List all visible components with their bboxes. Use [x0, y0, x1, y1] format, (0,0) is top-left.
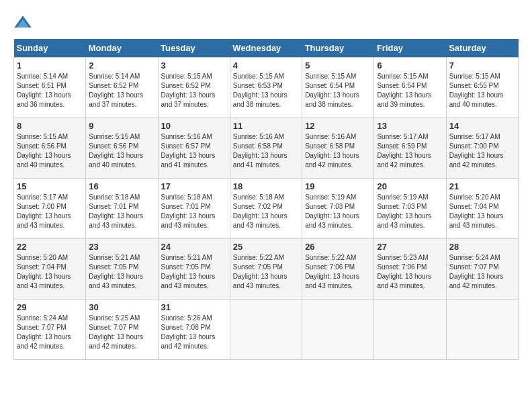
day-info-line: Sunrise: 5:17 AM [17, 193, 68, 201]
day-info-line: Sunrise: 5:15 AM [305, 73, 356, 80]
day-info-line: Sunset: 7:07 PM [89, 324, 138, 331]
day-number: 1 [17, 60, 83, 71]
calendar-cell: 24Sunrise: 5:21 AMSunset: 7:05 PMDayligh… [158, 239, 230, 300]
day-info-line: and 38 minutes. [233, 101, 281, 108]
day-info: Sunrise: 5:20 AMSunset: 7:04 PMDaylight:… [17, 253, 83, 291]
calendar-cell [374, 300, 446, 360]
day-info-line: Sunrise: 5:20 AM [17, 254, 68, 261]
day-number: 30 [89, 302, 154, 312]
day-number: 13 [377, 121, 443, 131]
day-info-line: Daylight: 13 hours [233, 152, 287, 159]
calendar-cell: 25Sunrise: 5:22 AMSunset: 7:05 PMDayligh… [230, 239, 302, 300]
day-info-line: Sunset: 7:04 PM [17, 263, 66, 271]
day-info-line: Sunset: 7:01 PM [161, 203, 211, 210]
day-info-line: Sunset: 6:59 PM [377, 142, 427, 150]
calendar-cell: 2Sunrise: 5:14 AMSunset: 6:52 PMDaylight… [86, 58, 158, 118]
calendar-cell: 19Sunrise: 5:19 AMSunset: 7:03 PMDayligh… [302, 179, 374, 239]
day-info-line: Daylight: 13 hours [17, 333, 71, 340]
day-number: 25 [233, 242, 299, 252]
day-info-line: and 42 minutes. [89, 342, 136, 350]
day-info-line: Sunset: 7:00 PM [449, 142, 499, 150]
day-info-line: and 43 minutes. [17, 282, 64, 289]
day-info-line: Daylight: 13 hours [89, 212, 143, 220]
day-info-line: Daylight: 13 hours [449, 152, 504, 159]
day-info-line: Sunset: 6:55 PM [449, 82, 499, 89]
day-number: 6 [377, 60, 443, 71]
day-number: 12 [305, 121, 371, 131]
day-info-line: Sunrise: 5:16 AM [233, 133, 284, 140]
day-number: 14 [449, 121, 515, 131]
calendar-cell: 18Sunrise: 5:18 AMSunset: 7:02 PMDayligh… [230, 179, 302, 239]
day-number: 4 [233, 60, 299, 71]
calendar-cell [230, 300, 302, 360]
day-info-line: and 37 minutes. [89, 101, 136, 108]
day-info-line: Daylight: 13 hours [17, 212, 71, 220]
header-cell-thursday: Thursday [302, 39, 374, 58]
day-info-line: Daylight: 13 hours [89, 333, 143, 340]
day-info-line: Daylight: 13 hours [449, 91, 504, 99]
day-number: 17 [161, 181, 227, 191]
day-number: 27 [377, 242, 443, 252]
calendar-table: SundayMondayTuesdayWednesdayThursdayFrid… [13, 39, 519, 360]
day-info: Sunrise: 5:24 AMSunset: 7:07 PMDaylight:… [449, 253, 515, 291]
day-info: Sunrise: 5:19 AMSunset: 7:03 PMDaylight:… [377, 193, 443, 230]
day-info: Sunrise: 5:25 AMSunset: 7:07 PMDaylight:… [89, 314, 154, 351]
day-info-line: Sunrise: 5:15 AM [377, 73, 428, 80]
week-row-5: 29Sunrise: 5:24 AMSunset: 7:07 PMDayligh… [14, 300, 519, 360]
day-info-line: Sunset: 6:54 PM [305, 82, 355, 89]
day-info-line: Daylight: 13 hours [161, 333, 216, 340]
day-info-line: Sunrise: 5:22 AM [233, 254, 284, 261]
day-info-line: and 39 minutes. [377, 101, 425, 108]
day-info-line: Sunrise: 5:26 AM [161, 314, 212, 322]
day-info: Sunrise: 5:21 AMSunset: 7:05 PMDaylight:… [89, 253, 154, 291]
day-info-line: Daylight: 13 hours [89, 273, 143, 280]
day-info-line: Daylight: 13 hours [17, 91, 71, 99]
calendar-cell: 17Sunrise: 5:18 AMSunset: 7:01 PMDayligh… [158, 179, 230, 239]
day-info-line: Sunset: 6:56 PM [89, 142, 138, 150]
day-info-line: and 42 minutes. [17, 342, 64, 350]
day-info-line: Daylight: 13 hours [161, 212, 216, 220]
day-info-line: Daylight: 13 hours [305, 152, 359, 159]
day-number: 15 [17, 181, 83, 191]
day-info-line: Sunset: 6:58 PM [233, 142, 283, 150]
day-info-line: Daylight: 13 hours [17, 152, 71, 159]
day-info-line: and 43 minutes. [17, 222, 64, 229]
day-info-line: and 41 minutes. [161, 161, 209, 169]
calendar-cell: 3Sunrise: 5:15 AMSunset: 6:52 PMDaylight… [158, 58, 230, 118]
calendar-cell: 13Sunrise: 5:17 AMSunset: 6:59 PMDayligh… [374, 118, 446, 179]
calendar-cell: 1Sunrise: 5:14 AMSunset: 6:51 PMDaylight… [14, 58, 86, 118]
day-info-line: Sunrise: 5:23 AM [377, 254, 428, 261]
calendar-cell: 5Sunrise: 5:15 AMSunset: 6:54 PMDaylight… [302, 58, 374, 118]
day-info: Sunrise: 5:18 AMSunset: 7:01 PMDaylight:… [89, 193, 154, 230]
day-number: 10 [161, 121, 227, 131]
day-number: 22 [17, 242, 83, 252]
day-info-line: and 43 minutes. [305, 282, 353, 289]
day-info-line: and 40 minutes. [89, 161, 136, 169]
day-info-line: and 43 minutes. [161, 222, 209, 229]
day-info-line: Sunrise: 5:18 AM [89, 193, 140, 201]
day-info-line: Sunrise: 5:18 AM [233, 193, 284, 201]
calendar-cell: 8Sunrise: 5:15 AMSunset: 6:56 PMDaylight… [14, 118, 86, 179]
day-number: 16 [89, 181, 154, 191]
day-info-line: Sunset: 7:05 PM [233, 263, 283, 271]
day-info-line: Daylight: 13 hours [377, 212, 431, 220]
day-info-line: Daylight: 13 hours [17, 273, 71, 280]
day-info-line: Sunset: 7:01 PM [89, 203, 138, 210]
day-info-line: and 37 minutes. [161, 101, 209, 108]
day-number: 2 [89, 60, 154, 71]
day-info-line: Daylight: 13 hours [233, 91, 287, 99]
day-info-line: Sunrise: 5:19 AM [377, 193, 428, 201]
day-info: Sunrise: 5:23 AMSunset: 7:06 PMDaylight:… [377, 253, 443, 291]
calendar-cell [446, 300, 518, 360]
day-info-line: and 40 minutes. [17, 161, 64, 169]
day-info-line: and 43 minutes. [449, 222, 497, 229]
day-info-line: Daylight: 13 hours [449, 273, 504, 280]
day-info: Sunrise: 5:17 AMSunset: 7:00 PMDaylight:… [449, 132, 515, 170]
day-info: Sunrise: 5:14 AMSunset: 6:51 PMDaylight:… [17, 72, 83, 109]
day-info-line: Sunrise: 5:14 AM [89, 73, 140, 80]
day-info-line: Daylight: 13 hours [305, 212, 359, 220]
day-info-line: Daylight: 13 hours [161, 91, 216, 99]
day-info-line: Sunset: 7:02 PM [233, 203, 283, 210]
day-info-line: Sunset: 7:05 PM [161, 263, 211, 271]
day-info: Sunrise: 5:15 AMSunset: 6:53 PMDaylight:… [233, 72, 299, 109]
